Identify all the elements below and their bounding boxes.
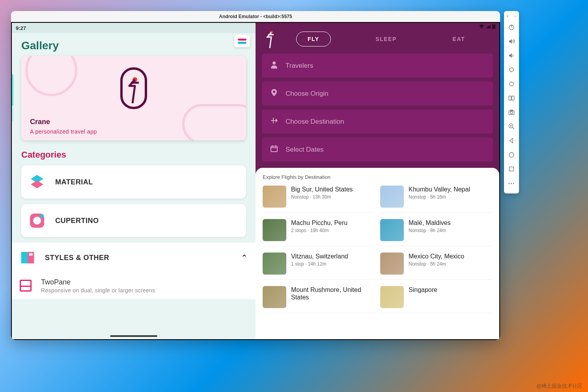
destination-card[interactable]: Malé, MaldivesNonstop · 8h 24m xyxy=(380,219,492,246)
svg-point-4 xyxy=(40,214,44,218)
results-heading: Explore Flights by Destination xyxy=(263,174,492,180)
destination-card[interactable]: Vitznau, Switzerland1 stop · 14h 12m xyxy=(263,253,375,280)
rotate-right-button[interactable] xyxy=(504,77,519,91)
destination-card[interactable]: Khumbu Valley, NepalNonstop · 5h 16m xyxy=(380,186,492,213)
destination-detail: Nonstop · 5h 16m xyxy=(409,194,492,200)
crane-card-subtitle: A personalized travel app xyxy=(30,128,97,135)
minimize-icon[interactable]: − xyxy=(514,14,517,19)
window-title-bar: Android Emulator - <build>:5575 xyxy=(11,11,500,22)
category-material[interactable]: MATERIAL xyxy=(21,165,246,199)
svg-rect-24 xyxy=(510,110,513,111)
crane-logo-icon xyxy=(116,66,151,113)
categories-heading: Categories xyxy=(12,148,256,165)
crane-card-title: Crane xyxy=(30,118,50,126)
tab-eat[interactable]: EAT xyxy=(442,32,476,46)
calendar-icon xyxy=(270,145,278,154)
edge-tab-light[interactable] xyxy=(12,106,13,121)
battery-icon xyxy=(492,24,495,29)
destination-info: Mount Rushmore, United States xyxy=(291,286,375,302)
destination-info: Mexico City, MexicoNonstop · 5h 24m xyxy=(409,253,492,267)
close-icon[interactable]: × xyxy=(506,14,509,19)
destination-thumb xyxy=(263,286,286,308)
destination-name: Mexico City, Mexico xyxy=(409,253,492,260)
destination-info: Singapore xyxy=(409,286,492,295)
destination-info: Malé, MaldivesNonstop · 8h 24m xyxy=(409,219,492,233)
chevron-up-icon: ⌃ xyxy=(241,253,248,262)
crane-logo-icon xyxy=(263,29,278,49)
home-indicator[interactable] xyxy=(110,335,157,337)
screenshot-button[interactable] xyxy=(504,105,519,119)
power-button[interactable] xyxy=(504,20,519,34)
pin-icon xyxy=(270,89,278,98)
destination-detail: 2 stops · 19h 40m xyxy=(291,228,375,233)
more-button[interactable]: ⋯ xyxy=(504,176,519,190)
rotate-left-button[interactable] xyxy=(504,63,519,77)
tab-sleep[interactable]: SLEEP xyxy=(364,32,407,46)
overview-button[interactable] xyxy=(504,162,519,176)
destination-field[interactable]: Choose Destination xyxy=(262,110,493,134)
device-screen: 9:27 Gallery Crane xyxy=(12,23,499,339)
destination-thumb xyxy=(380,219,404,241)
crane-app-header: FLY SLEEP EAT xyxy=(256,23,499,54)
status-icons xyxy=(479,24,495,29)
fold-button[interactable] xyxy=(504,91,519,105)
status-bar: 9:27 xyxy=(12,23,256,33)
svg-point-3 xyxy=(33,217,41,225)
zoom-button[interactable] xyxy=(504,119,519,134)
gallery-pane: 9:27 Gallery Crane xyxy=(12,23,256,339)
destination-card[interactable]: Big Sur, United StatesNonstop · 13h 30m xyxy=(263,186,375,213)
destination-card[interactable]: Mexico City, MexicoNonstop · 5h 24m xyxy=(380,253,492,280)
dates-field[interactable]: Select Dates xyxy=(262,137,493,162)
destination-thumb xyxy=(263,219,286,241)
item-subtitle: Responsive on dual, single or larger scr… xyxy=(41,287,248,294)
origin-field[interactable]: Choose Origin xyxy=(262,82,493,106)
destination-name: Singapore xyxy=(409,286,492,294)
edge-tabs xyxy=(12,74,13,121)
styles-header[interactable]: STYLES & OTHER ⌃ xyxy=(12,243,256,273)
destination-card[interactable]: Machu Picchu, Peru2 stops · 19h 40m xyxy=(263,219,375,246)
home-indicator[interactable] xyxy=(354,335,401,337)
tab-row: FLY SLEEP EAT xyxy=(281,32,491,46)
toggle-bar-icon xyxy=(238,39,246,41)
tab-fly[interactable]: FLY xyxy=(296,32,331,46)
volume-down-button[interactable] xyxy=(504,48,519,63)
cupertino-icon xyxy=(28,212,46,229)
field-label: Choose Destination xyxy=(286,118,344,126)
destination-name: Mount Rushmore, United States xyxy=(291,286,375,301)
home-button[interactable] xyxy=(504,148,519,162)
svg-rect-7 xyxy=(29,253,33,255)
destination-info: Machu Picchu, Peru2 stops · 19h 40m xyxy=(291,219,375,233)
destination-card[interactable]: Mount Rushmore, United States xyxy=(263,286,375,313)
field-label: Travelers xyxy=(286,62,313,70)
svg-rect-19 xyxy=(509,82,514,86)
list-item-twopane[interactable]: TwoPane Responsive on dual, single or la… xyxy=(12,273,256,299)
svg-rect-5 xyxy=(21,252,28,263)
device-frame: 9:27 Gallery Crane xyxy=(11,22,500,340)
crane-feature-card[interactable]: Crane A personalized travel app xyxy=(21,56,246,140)
twopane-icon xyxy=(20,280,32,292)
destination-card[interactable]: Singapore xyxy=(380,286,492,313)
wifi-icon xyxy=(479,24,484,29)
back-button[interactable] xyxy=(504,134,519,148)
field-label: Choose Origin xyxy=(286,90,329,98)
destination-detail: 1 stop · 14h 12m xyxy=(291,261,375,267)
destination-name: Machu Picchu, Peru xyxy=(291,219,375,227)
svg-rect-8 xyxy=(492,24,495,29)
material-icon xyxy=(28,173,46,191)
volume-up-button[interactable] xyxy=(504,34,519,48)
settings-toggle[interactable] xyxy=(234,35,250,47)
category-cupertino[interactable]: CUPERTINO xyxy=(21,204,246,237)
destination-grid: Big Sur, United StatesNonstop · 13h 30mK… xyxy=(263,186,492,313)
status-time: 9:27 xyxy=(16,25,26,31)
svg-point-29 xyxy=(509,152,514,157)
item-title: TwoPane xyxy=(41,278,248,286)
destination-thumb xyxy=(380,253,404,275)
search-form: Travelers Choose Origin Choose Destinati… xyxy=(256,54,499,168)
category-label: MATERIAL xyxy=(55,178,93,186)
plane-icon xyxy=(270,117,278,126)
svg-rect-12 xyxy=(271,146,277,152)
travelers-field[interactable]: Travelers xyxy=(262,54,493,78)
edge-tab-teal[interactable] xyxy=(12,74,13,106)
destination-name: Big Sur, United States xyxy=(291,186,375,193)
svg-rect-18 xyxy=(509,67,514,72)
